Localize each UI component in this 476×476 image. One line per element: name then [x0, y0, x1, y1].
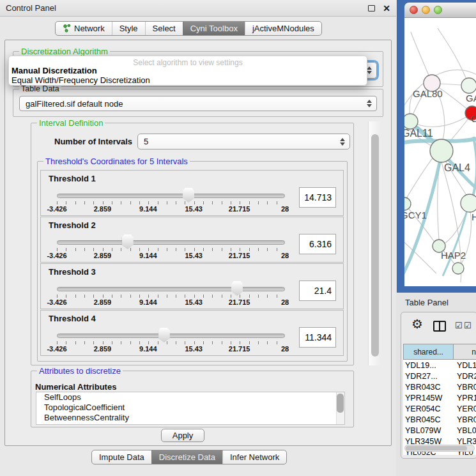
threshold-row: Threshold 1-3.4262.8599.14415.4321.71528… [40, 170, 344, 216]
tab-style[interactable]: Style [112, 22, 145, 35]
table-row[interactable]: YDL19...YDL1 [403, 360, 476, 371]
close-icon[interactable]: ✕ [383, 5, 390, 12]
cell-shared-name: YBL079W [403, 426, 453, 435]
cell-name: YBL0 [453, 426, 476, 435]
threshold-value-field[interactable]: 14.713 [299, 187, 336, 208]
cell-shared-name: YER054C [403, 404, 453, 413]
slider-thumb[interactable] [158, 328, 170, 342]
column-header-shared[interactable]: shared... [403, 344, 454, 360]
threshold-value-field[interactable]: 6.316 [299, 234, 336, 254]
slider-track[interactable] [57, 334, 285, 338]
tick-label: 9.144 [139, 252, 157, 259]
threshold-label: Threshold 1 [49, 174, 96, 183]
table-data-combo-value: galFiltered.sif default node [26, 99, 123, 109]
bottom-tab-bar: Impute Data Discretize Data Infer Networ… [91, 450, 287, 464]
table-row[interactable]: YBL079WYBL0 [403, 425, 476, 436]
tab-label: Select [153, 24, 176, 33]
tick-label: 28 [281, 298, 289, 306]
threshold-label: Threshold 4 [49, 314, 96, 323]
slider-track[interactable] [57, 194, 285, 198]
node-gcy1[interactable] [404, 197, 411, 210]
tab-infer-network[interactable]: Infer Network [222, 450, 286, 464]
threshold-label: Threshold 2 [49, 220, 96, 230]
combo-arrows-icon [367, 100, 372, 107]
node-partial-top-right[interactable] [461, 78, 476, 93]
attribute-item[interactable]: TopologicalCoefficient [36, 403, 344, 413]
node-gal11[interactable] [404, 114, 418, 129]
table-data-combo[interactable]: galFiltered.sif default node [19, 96, 377, 111]
combo-arrows-icon [367, 66, 372, 74]
cell-shared-name: YBR043C [403, 383, 453, 392]
tab-select[interactable]: Select [145, 22, 183, 35]
slider-thumb[interactable] [183, 188, 194, 203]
table-row[interactable]: YBR043CYBR0 [403, 381, 476, 392]
popup-option-equal-width-frequency[interactable]: Equal Width/Frequency Discretization [12, 75, 150, 85]
attribute-item[interactable]: SelfLoops [36, 392, 344, 403]
list-scrollbar-thumb[interactable] [337, 394, 344, 413]
popup-option-manual-discretization[interactable]: Manual Discretization [12, 66, 97, 75]
thresholds-group-label: Threshold's Coordinates for 5 Intervals [43, 157, 190, 166]
network-window-titlebar[interactable] [404, 3, 476, 18]
apply-button[interactable]: Apply [161, 429, 204, 442]
tab-cyni-toolbox[interactable]: Cyni Toolbox [183, 22, 245, 35]
node-right[interactable] [461, 194, 476, 212]
tick-label: 2.859 [94, 345, 112, 353]
traffic-light-minimize-icon[interactable] [422, 6, 430, 14]
threshold-label: Threshold 3 [49, 267, 96, 277]
tab-label: Cyni Toolbox [190, 24, 238, 33]
node-label-partial_c: C [471, 113, 476, 124]
tick-label: 9.144 [139, 205, 157, 213]
checkbox-icon[interactable]: ☑ [464, 321, 472, 330]
slider-track[interactable] [57, 287, 285, 291]
table-row[interactable]: YPR145WYPR1 [403, 392, 476, 403]
slider-thumb[interactable] [231, 281, 243, 296]
traffic-light-close-icon[interactable] [410, 6, 418, 14]
tab-label: Discretize Data [159, 452, 215, 462]
node-label-partial_g: GA [466, 93, 476, 104]
tab-label: Style [119, 24, 138, 33]
tick-label: 2.859 [94, 298, 112, 306]
tick-label: -3.426 [47, 205, 66, 213]
table-rows: YDL19...YDL1YDR27...YDR2YBR043CYBR0YPR14… [403, 360, 476, 455]
table-row[interactable]: YDR27...YDR2 [403, 371, 476, 381]
slider-thumb[interactable] [122, 234, 134, 249]
cell-shared-name: YDL19... [403, 361, 453, 370]
cell-name: YER0 [453, 404, 476, 413]
gear-icon[interactable]: ⚙ [411, 318, 423, 330]
column-header-name[interactable]: na [453, 344, 476, 360]
table-hscrollbar-thumb[interactable] [406, 446, 467, 450]
network-canvas[interactable]: GAL80GAL11GAL4GCY1HAP2GACH [404, 18, 476, 286]
tick-label: 2.859 [94, 252, 112, 259]
tab-network[interactable]: Network [56, 22, 112, 35]
threshold-value-field[interactable]: 21.4 [299, 280, 336, 301]
float-window-icon[interactable] [368, 5, 375, 12]
threshold-value-field[interactable]: 11.344 [299, 327, 336, 348]
node-gal4[interactable] [430, 139, 453, 162]
tab-label: jActiveMNodules [252, 24, 314, 33]
threshold-row: Threshold 4-3.4262.8599.14415.4321.71528… [40, 310, 344, 356]
cell-name: YDL1 [453, 361, 476, 370]
split-columns-icon[interactable] [433, 321, 446, 332]
checkbox-icon[interactable]: ☑ [455, 321, 463, 330]
panel-title: Control Panel [6, 3, 368, 13]
tick-label: 21.715 [229, 298, 250, 306]
node-label-hap2: HAP2 [441, 250, 466, 261]
node-bottom[interactable] [452, 263, 464, 274]
control-panel: Control Panel ✕ Network Style Select Cyn… [0, 0, 396, 476]
panel-scrollbar-thumb[interactable] [371, 134, 379, 357]
tab-jactivemnodules[interactable]: jActiveMNodules [245, 22, 321, 35]
table-row[interactable]: YBR045CYBR0 [403, 414, 476, 425]
numerical-attributes-label: Numerical Attributes [35, 382, 116, 392]
node-label-gcy1: GCY1 [404, 210, 427, 220]
table-row[interactable]: YER054CYER0 [403, 403, 476, 414]
cell-name: YBR0 [453, 383, 476, 392]
attribute-items: SelfLoopsTopologicalCoefficientBetweenne… [36, 392, 344, 423]
tick-label: 28 [281, 205, 289, 213]
tab-impute-data[interactable]: Impute Data [92, 450, 151, 464]
slider-track[interactable] [57, 240, 285, 245]
tab-discretize-data[interactable]: Discretize Data [151, 450, 222, 464]
tick-label: 15.43 [185, 205, 203, 213]
traffic-light-zoom-icon[interactable] [434, 6, 442, 14]
attribute-item[interactable]: BetweennessCentrality [36, 413, 344, 423]
number-of-intervals-combo[interactable]: 5 [137, 134, 350, 150]
